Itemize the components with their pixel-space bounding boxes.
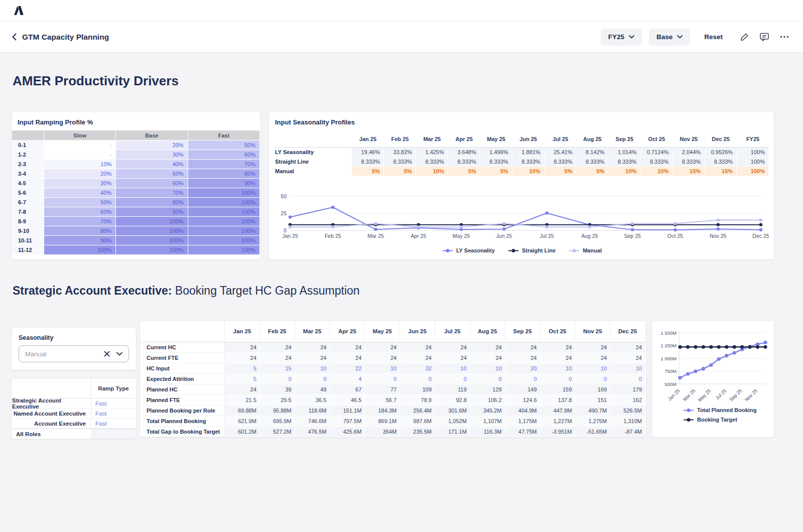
cell[interactable]: 10 <box>470 363 505 374</box>
cell[interactable]: 100% <box>188 226 260 236</box>
cell[interactable]: 100% <box>188 198 260 207</box>
cell[interactable]: 0 <box>505 374 541 384</box>
cell[interactable]: 50% <box>44 198 116 207</box>
cell[interactable]: 100% <box>188 217 260 226</box>
cell[interactable]: 0 <box>575 374 610 384</box>
cell[interactable]: 100% <box>116 217 188 226</box>
cell[interactable]: 15 <box>260 363 295 374</box>
cell[interactable]: 10% <box>416 167 448 176</box>
cell[interactable]: 0 <box>295 374 330 384</box>
legend-item[interactable]: Total Planned Booking <box>683 407 756 413</box>
cell[interactable]: 10% <box>640 167 673 176</box>
cell[interactable]: 5 <box>225 374 260 384</box>
cell[interactable]: 0 <box>400 374 435 384</box>
period-selector[interactable]: FY25 <box>601 29 642 46</box>
chevron-down-icon[interactable] <box>116 352 122 356</box>
cell[interactable]: 40% <box>44 188 116 198</box>
cell[interactable]: 70% <box>116 188 188 198</box>
cell[interactable]: 10 <box>365 363 400 374</box>
cell: 24 <box>610 342 645 353</box>
cell[interactable]: 15% <box>673 167 705 176</box>
cell[interactable]: 10 <box>575 363 610 374</box>
cell[interactable]: 10 <box>610 363 645 374</box>
cell[interactable]: 5% <box>480 167 512 176</box>
cell[interactable]: 100% <box>44 245 116 255</box>
cell[interactable]: 60% <box>188 150 260 160</box>
cell[interactable]: 20% <box>116 141 188 150</box>
cell[interactable]: 100% <box>116 245 188 255</box>
cell[interactable]: 5% <box>384 167 416 176</box>
cell[interactable]: 0 <box>365 374 400 384</box>
cell[interactable]: 40% <box>116 160 188 169</box>
cell[interactable]: 80% <box>44 226 116 236</box>
cell[interactable]: 0 <box>610 374 645 384</box>
cell[interactable]: 70% <box>44 217 116 226</box>
cell[interactable]: 10% <box>512 167 545 176</box>
legend-marker-icon <box>683 408 694 413</box>
cell[interactable]: 10 <box>435 363 470 374</box>
cell[interactable]: Fast <box>91 409 136 419</box>
cell[interactable]: 90% <box>44 236 116 245</box>
cell[interactable]: 4 <box>330 374 365 384</box>
cell[interactable]: Fast <box>91 398 136 409</box>
cell[interactable]: 15% <box>705 167 737 176</box>
cell[interactable]: 100% <box>116 226 188 236</box>
version-selector[interactable]: Base <box>649 29 690 46</box>
cell[interactable]: 5% <box>448 167 480 176</box>
cell[interactable]: 100% <box>188 236 260 245</box>
cell[interactable]: 0 <box>435 374 470 384</box>
cell[interactable]: 20 <box>505 363 541 374</box>
cell[interactable]: 0 <box>470 374 505 384</box>
cell[interactable]: 10 <box>295 363 330 374</box>
cell[interactable]: 5% <box>545 167 577 176</box>
cell[interactable]: 50% <box>116 169 188 179</box>
cell[interactable]: 60% <box>44 207 116 217</box>
cell[interactable]: 100% <box>737 167 769 176</box>
anaplan-logo-icon[interactable] <box>12 4 25 19</box>
seasonality-dropdown[interactable]: Manual <box>19 345 129 362</box>
cell[interactable]: 90% <box>188 179 260 188</box>
cell[interactable]: 100% <box>188 207 260 217</box>
cell[interactable]: - <box>44 150 116 160</box>
comment-icon[interactable] <box>758 31 771 44</box>
cell: 8.333% <box>480 157 512 167</box>
cell[interactable]: 0 <box>541 374 576 384</box>
cell[interactable]: 30% <box>44 179 116 188</box>
cell[interactable]: - <box>44 141 116 150</box>
cell[interactable]: 5% <box>576 167 608 176</box>
cell[interactable]: Fast <box>91 419 136 429</box>
cell[interactable]: 10% <box>608 167 640 176</box>
cell[interactable]: 80% <box>116 198 188 207</box>
cell[interactable]: 5% <box>352 167 384 176</box>
svg-text:Mar 25: Mar 25 <box>682 388 697 403</box>
cell[interactable]: 80% <box>188 169 260 179</box>
cell[interactable]: 10% <box>44 160 116 169</box>
cell[interactable]: 90% <box>116 207 188 217</box>
legend-item[interactable]: Straight Line <box>508 247 556 253</box>
back-navigation[interactable]: GTM Capacity Planning <box>12 33 109 42</box>
cell[interactable]: 50% <box>188 141 260 150</box>
cell[interactable]: 60% <box>116 179 188 188</box>
cell[interactable]: 5 <box>225 363 260 374</box>
legend-item[interactable]: Manual <box>569 247 602 253</box>
edit-pencil-icon[interactable] <box>738 31 751 44</box>
row-label: 5-6 <box>12 188 44 198</box>
clear-x-icon[interactable] <box>104 351 110 357</box>
reset-button[interactable]: Reset <box>704 33 723 41</box>
cell[interactable]: 0 <box>260 374 295 384</box>
legend-item[interactable]: LY Seasonality <box>442 247 495 253</box>
line-chart-svg: 02550Jan 25Feb 25Mar 25Apr 25May 25Jun 2… <box>275 191 769 242</box>
more-options-icon[interactable] <box>778 31 791 44</box>
cell[interactable]: 30% <box>116 150 188 160</box>
cell[interactable]: 32 <box>400 363 435 374</box>
cell[interactable]: 100% <box>188 188 260 198</box>
cell[interactable]: 20% <box>44 169 116 179</box>
cell[interactable]: 100% <box>116 236 188 245</box>
cell[interactable]: 70% <box>188 160 260 169</box>
cell[interactable]: 10 <box>541 363 576 374</box>
cell[interactable]: 100% <box>188 245 260 255</box>
seasonality-selector-label: Seasonality <box>12 328 136 345</box>
column-header: Dec 25 <box>610 321 645 342</box>
cell[interactable]: 22 <box>330 363 365 374</box>
legend-item[interactable]: Booking Target <box>683 417 756 423</box>
